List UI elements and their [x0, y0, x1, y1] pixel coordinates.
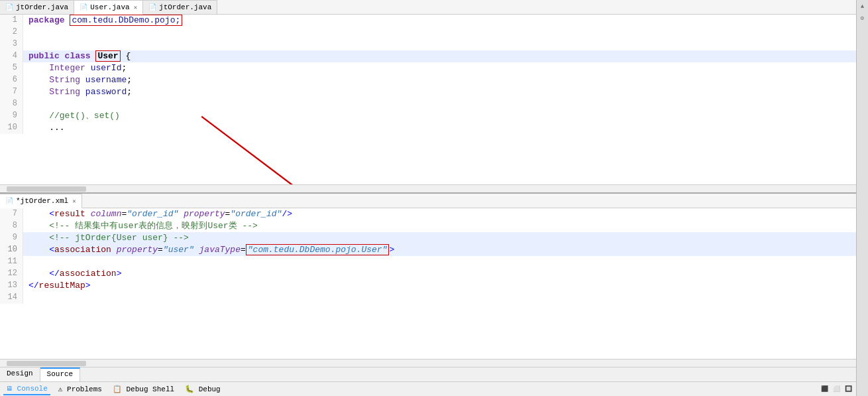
- tab-label-xml: *jtOrder.xml: [16, 197, 68, 205]
- bottom-code-content[interactable]: 7 <result column="order_id" property="or…: [0, 208, 868, 359]
- line-content-5: Integer userId;: [23, 62, 868, 74]
- console-icon: 🖥: [6, 385, 13, 393]
- line-content-1: package com.tedu.DbDemo.pojo;: [23, 15, 868, 27]
- bline-num-12: 12: [0, 268, 23, 280]
- footer-bar: 🖥 Console ⚠ Problems 📋 Debug Shell 🐛 Deb…: [0, 381, 868, 396]
- top-h-scrollbar[interactable]: [0, 184, 868, 192]
- console-label: Console: [17, 385, 48, 393]
- console-tab[interactable]: 🖥 Console: [3, 383, 50, 395]
- bline-num-13: 13: [0, 280, 23, 292]
- bline-content-9: <!-- jtOrder{User user} -->: [23, 232, 868, 244]
- code-line-5: 5 Integer userId;: [0, 62, 868, 74]
- line-num-6: 6: [0, 74, 23, 86]
- bline-content-14: [23, 292, 868, 304]
- line-num-10: 10: [0, 122, 23, 134]
- bline-content-7: <result column="order_id" property="orde…: [23, 208, 868, 220]
- restore-icon[interactable]: 🔲: [843, 385, 853, 394]
- java-icon-2: 📄: [80, 3, 87, 11]
- minimize-icon[interactable]: ⬛: [820, 385, 829, 394]
- tab-jtorder-1[interactable]: 📄 jtOrder.java: [0, 0, 74, 14]
- debug-tab[interactable]: 🐛 Debug: [182, 383, 223, 395]
- line-content-10: ...: [23, 122, 868, 134]
- bline-num-11: 11: [0, 256, 23, 268]
- line-num-1: 1: [0, 15, 23, 27]
- tab-jtorder-2[interactable]: 📄 jtOrder.java: [143, 0, 217, 14]
- line-content-3: [23, 38, 868, 50]
- bline-content-11: [23, 256, 868, 268]
- bcode-line-7: 7 <result column="order_id" property="or…: [0, 208, 868, 220]
- code-line-6: 6 String username;: [0, 74, 868, 86]
- top-code-content[interactable]: 1 package com.tedu.DbDemo.pojo; 2 3 4 pu…: [0, 15, 868, 184]
- bottom-h-scrollbar[interactable]: [0, 359, 868, 367]
- bottom-tab-bar: 📄 *jtOrder.xml ✕: [0, 194, 868, 208]
- top-tab-bar: 📄 jtOrder.java 📄 User.java ✕ 📄 jtOrder.j…: [0, 0, 868, 15]
- bline-content-10: <association property="user" javaType="c…: [23, 244, 868, 256]
- code-line-3: 3: [0, 38, 868, 50]
- line-num-8: 8: [0, 98, 23, 110]
- design-source-bar: Design Source: [0, 367, 868, 381]
- right-sidebar: ▲ ⚙: [856, 0, 868, 396]
- tab-jtorder-xml[interactable]: 📄 *jtOrder.xml ✕: [0, 194, 82, 208]
- line-content-4: public class User {: [23, 50, 868, 62]
- line-content-6: String username;: [23, 74, 868, 86]
- problems-label: Problems: [67, 385, 102, 393]
- problems-icon: ⚠: [58, 385, 63, 393]
- debug-icon: 🐛: [185, 385, 194, 393]
- top-editor-panel: 1 package com.tedu.DbDemo.pojo; 2 3 4 pu…: [0, 15, 868, 194]
- maximize-icon[interactable]: ⬜: [832, 385, 841, 394]
- bottom-code-lines: 7 <result column="order_id" property="or…: [0, 208, 868, 304]
- debug-shell-tab[interactable]: 📋 Debug Shell: [110, 383, 177, 395]
- bcode-line-9: 9 <!-- jtOrder{User user} -->: [0, 232, 868, 244]
- close-icon-xml[interactable]: ✕: [72, 198, 76, 205]
- top-code-lines: 1 package com.tedu.DbDemo.pojo; 2 3 4 pu…: [0, 15, 868, 134]
- design-tab-label: Design: [7, 369, 33, 377]
- code-line-2: 2: [0, 27, 868, 38]
- source-tab[interactable]: Source: [40, 367, 81, 381]
- bline-num-9: 9: [0, 232, 23, 244]
- line-content-8: [23, 98, 868, 110]
- bcode-line-13: 13 </resultMap>: [0, 280, 868, 292]
- xml-icon: 📄: [5, 197, 13, 205]
- bcode-line-11: 11: [0, 256, 868, 268]
- debug-label: Debug: [199, 385, 221, 393]
- bcode-line-10: 10 <association property="user" javaType…: [0, 244, 868, 256]
- code-line-9: 9 //get()、set(): [0, 110, 868, 122]
- line-num-9: 9: [0, 110, 23, 122]
- bline-content-13: </resultMap>: [23, 280, 868, 292]
- close-icon-user[interactable]: ✕: [134, 4, 137, 11]
- sidebar-settings[interactable]: ⚙: [861, 15, 864, 22]
- code-line-7: 7 String password;: [0, 86, 868, 98]
- java-icon-3: 📄: [148, 3, 156, 11]
- top-h-scroll-thumb[interactable]: [7, 186, 86, 192]
- code-line-8: 8: [0, 98, 868, 110]
- code-line-1: 1 package com.tedu.DbDemo.pojo;: [0, 15, 868, 27]
- debug-shell-label: Debug Shell: [126, 385, 174, 393]
- bline-num-8: 8: [0, 220, 23, 232]
- code-line-4: 4 public class User {: [0, 50, 868, 62]
- sidebar-arrow-up[interactable]: ▲: [861, 3, 864, 10]
- design-tab[interactable]: Design: [0, 367, 40, 381]
- bcode-line-14: 14: [0, 292, 868, 304]
- tab-user[interactable]: 📄 User.java ✕: [74, 0, 143, 15]
- bottom-editor-panel: 7 <result column="order_id" property="or…: [0, 208, 868, 367]
- line-content-2: [23, 27, 868, 38]
- java-icon-1: 📄: [5, 3, 13, 11]
- tab-label-3: jtOrder.java: [159, 3, 211, 11]
- bline-num-7: 7: [0, 208, 23, 220]
- code-line-10: 10 ...: [0, 122, 868, 134]
- bline-content-8: <!-- 结果集中有user表的信息，映射到User类 -->: [23, 220, 868, 232]
- line-num-7: 7: [0, 86, 23, 98]
- bline-num-10: 10: [0, 244, 23, 256]
- tab-label-2: User.java: [90, 3, 129, 11]
- bcode-line-8: 8 <!-- 结果集中有user表的信息，映射到User类 -->: [0, 220, 868, 232]
- source-tab-label: Source: [47, 370, 74, 378]
- bottom-h-scroll-thumb[interactable]: [7, 361, 86, 366]
- line-num-2: 2: [0, 27, 23, 38]
- problems-tab[interactable]: ⚠ Problems: [56, 383, 105, 395]
- debug-shell-icon: 📋: [113, 385, 122, 393]
- bcode-line-12: 12 </association>: [0, 268, 868, 280]
- line-num-4: 4: [0, 50, 23, 62]
- line-content-9: //get()、set(): [23, 110, 868, 122]
- bline-content-12: </association>: [23, 268, 868, 280]
- bline-num-14: 14: [0, 292, 23, 304]
